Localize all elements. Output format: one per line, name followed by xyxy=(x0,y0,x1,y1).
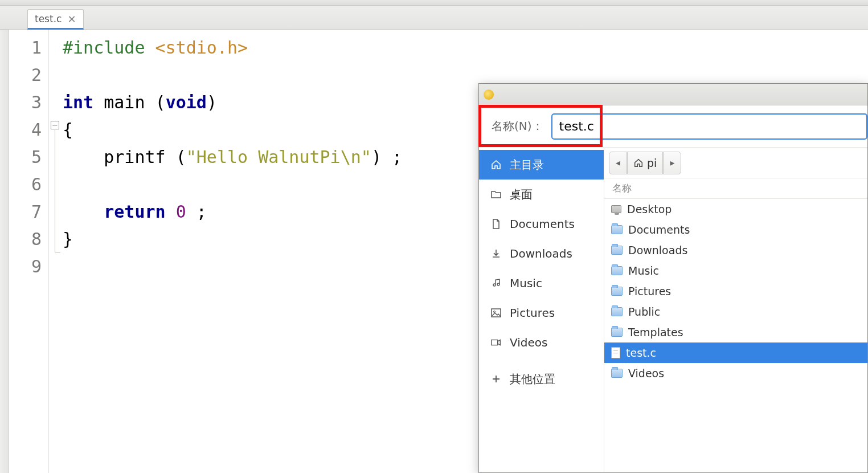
path-bar: ◂ pi ▸ xyxy=(604,148,867,178)
tab-label: test.c xyxy=(35,13,62,25)
code-token: ) ; xyxy=(371,147,402,167)
folder-icon xyxy=(611,369,623,378)
line-number: 1 xyxy=(9,34,42,62)
editor-tabbar: test.c ✕ xyxy=(0,6,868,30)
chevron-left-icon: ◂ xyxy=(616,157,620,168)
folder-icon xyxy=(490,189,502,200)
file-name: Templates xyxy=(628,326,683,339)
sidebar-item-documents[interactable]: Documents xyxy=(479,209,604,239)
files-column-header[interactable]: 名称 xyxy=(604,178,867,199)
line-number: 9 xyxy=(9,253,42,280)
filename-input[interactable] xyxy=(551,113,867,140)
code-token: ; xyxy=(186,202,207,222)
sidebar-item-home[interactable]: 主目录 xyxy=(479,150,604,180)
file-name: Pictures xyxy=(628,285,671,297)
fold-toggle-icon[interactable]: ─ xyxy=(51,121,59,129)
file-name: Desktop xyxy=(627,203,672,215)
code-token: { xyxy=(63,120,73,140)
path-segment-label: pi xyxy=(647,157,657,169)
video-icon xyxy=(490,337,502,348)
svg-rect-0 xyxy=(492,309,501,317)
file-name: test.c xyxy=(626,346,656,359)
dialog-body: 主目录 桌面 Documents Downloads Music Picture… xyxy=(479,148,867,472)
file-name: Videos xyxy=(628,367,664,380)
sidebar-item-label: Documents xyxy=(510,217,575,231)
dialog-titlebar[interactable] xyxy=(479,84,867,105)
code-token: \n xyxy=(341,147,361,167)
path-forward-button[interactable]: ▸ xyxy=(663,152,681,174)
files-pane: ◂ pi ▸ 名称 Desktop Documents Downloads Mu… xyxy=(604,148,867,472)
code-token: main ( xyxy=(93,92,165,112)
path-segment-home[interactable]: pi xyxy=(627,152,663,174)
file-row[interactable]: Pictures xyxy=(604,281,867,301)
code-token: " xyxy=(361,147,371,167)
chevron-right-icon: ▸ xyxy=(670,157,674,168)
sidebar-item-label: Pictures xyxy=(510,306,555,320)
svg-point-1 xyxy=(494,311,496,313)
folder-icon xyxy=(611,266,623,275)
sidebar-item-pictures[interactable]: Pictures xyxy=(479,298,604,328)
music-icon xyxy=(490,278,502,289)
fold-guide-line xyxy=(55,130,55,252)
sidebar-item-music[interactable]: Music xyxy=(479,268,604,298)
file-row[interactable]: test.c xyxy=(604,342,867,363)
line-number: 3 xyxy=(9,89,42,116)
home-icon xyxy=(633,158,644,168)
file-row[interactable]: Downloads xyxy=(604,240,867,260)
code-token: return xyxy=(104,202,165,222)
line-number-gutter: 1 2 3 4 5 6 7 8 9 xyxy=(9,30,49,473)
line-number: 2 xyxy=(9,62,42,89)
places-sidebar: 主目录 桌面 Documents Downloads Music Picture… xyxy=(479,148,604,472)
file-row[interactable]: Videos xyxy=(604,363,867,384)
save-file-dialog: 名称(N)： 主目录 桌面 Documents Downloads Mu xyxy=(478,83,868,473)
plus-icon xyxy=(490,373,502,385)
picture-icon xyxy=(490,307,502,319)
tab-test-c[interactable]: test.c ✕ xyxy=(27,9,84,30)
file-row[interactable]: Documents xyxy=(604,219,867,240)
line-number: 6 xyxy=(9,171,42,198)
file-name: Downloads xyxy=(628,244,687,256)
file-row[interactable]: Music xyxy=(604,260,867,281)
fold-guide-end xyxy=(55,252,60,252)
document-icon xyxy=(490,218,502,230)
file-row[interactable]: Public xyxy=(604,301,867,322)
code-token: 0 xyxy=(176,202,186,222)
sidebar-item-label: Music xyxy=(510,276,542,290)
line-number: 8 xyxy=(9,226,42,253)
line-number: 4 xyxy=(9,116,42,144)
path-back-button[interactable]: ◂ xyxy=(609,152,627,174)
svg-rect-2 xyxy=(492,340,498,345)
sidebar-item-label: 桌面 xyxy=(510,187,533,202)
file-row[interactable]: Desktop xyxy=(604,199,867,219)
code-token: printf ( xyxy=(63,147,186,167)
file-icon xyxy=(611,347,620,358)
fold-strip: ─ xyxy=(49,30,63,473)
sidebar-item-label: Downloads xyxy=(510,247,572,260)
file-row[interactable]: Templates xyxy=(604,322,867,342)
sidebar-item-videos[interactable]: Videos xyxy=(479,328,604,357)
line-number: 5 xyxy=(9,144,42,171)
line-number: 7 xyxy=(9,198,42,226)
files-list: Desktop Documents Downloads Music Pictur… xyxy=(604,199,867,472)
file-name: Music xyxy=(628,264,659,277)
sidebar-item-downloads[interactable]: Downloads xyxy=(479,239,604,268)
close-icon[interactable]: ✕ xyxy=(67,13,76,25)
folder-icon xyxy=(611,246,623,255)
app-icon xyxy=(484,89,494,100)
toolbar-strip xyxy=(0,0,868,6)
filename-row: 名称(N)： xyxy=(479,105,867,148)
sidebar-item-other-locations[interactable]: 其他位置 xyxy=(479,364,604,394)
download-icon xyxy=(490,248,502,259)
code-token xyxy=(63,202,104,222)
desktop-icon xyxy=(611,205,621,213)
code-token: <stdio.h> xyxy=(155,38,248,58)
code-token: "Hello WalnutPi xyxy=(186,147,341,167)
sidebar-item-label: 其他位置 xyxy=(510,372,555,387)
folder-icon xyxy=(611,307,623,316)
sidebar-item-label: 主目录 xyxy=(510,157,544,173)
folder-icon xyxy=(611,225,623,234)
code-token: #include xyxy=(63,38,145,58)
code-token: void xyxy=(166,92,207,112)
filename-label: 名称(N)： xyxy=(492,119,543,134)
sidebar-item-desktop[interactable]: 桌面 xyxy=(479,180,604,209)
